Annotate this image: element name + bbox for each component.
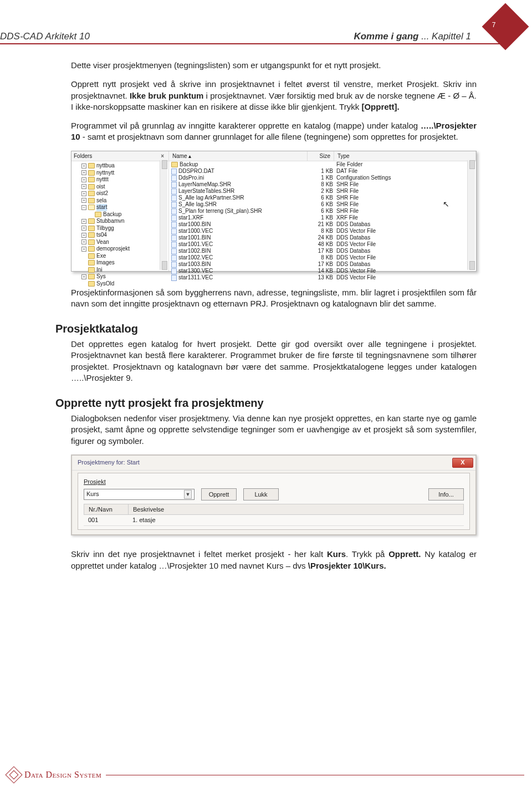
tree-item[interactable]: +demoprosjekt bbox=[81, 246, 168, 253]
file-name: DDSPRO.DAT bbox=[178, 168, 214, 175]
tree-item-label: Ini bbox=[96, 267, 103, 274]
opprett-button[interactable]: Opprett bbox=[201, 488, 237, 500]
expand-icon[interactable]: + bbox=[81, 164, 86, 168]
expand-icon[interactable]: − bbox=[81, 205, 86, 210]
file-size: 8 KB bbox=[311, 228, 336, 234]
file-type: DDS Vector File bbox=[336, 241, 476, 248]
expand-icon[interactable]: + bbox=[81, 219, 86, 224]
tree-item[interactable]: +ts04 bbox=[81, 232, 168, 239]
list-item[interactable]: star1000.BIN21 KBDDS Databas bbox=[169, 221, 476, 228]
tree-item[interactable]: +nytttt bbox=[81, 176, 168, 183]
expand-icon[interactable]: + bbox=[81, 233, 86, 238]
dialog-titlebar: Prosjektmeny for: Start X bbox=[72, 456, 475, 471]
list-item[interactable]: S_Plan for terreng (Sit_plan).SHR6 KBSHR… bbox=[169, 208, 476, 214]
list-item[interactable]: star1002.VEC8 KBDDS Vector File bbox=[169, 254, 476, 261]
expand-icon[interactable]: + bbox=[81, 274, 86, 279]
tree-item[interactable]: +Vean bbox=[81, 239, 168, 246]
tree-item[interactable]: +oist2 bbox=[81, 190, 168, 197]
file-type: SHR File bbox=[336, 201, 476, 208]
drawing-row[interactable]: 001 1. etasje bbox=[84, 515, 464, 526]
tree-item[interactable]: +oist bbox=[81, 183, 168, 191]
col-type[interactable]: Type bbox=[334, 151, 476, 161]
list-item[interactable]: star1000.VEC8 KBDDS Vector File bbox=[169, 228, 476, 234]
file-size: 8 KB bbox=[311, 181, 336, 188]
list-item[interactable]: BackupFile Folder bbox=[169, 161, 476, 168]
dialog-title: Prosjektmeny for: Start bbox=[78, 458, 140, 467]
tree-item-label: oist2 bbox=[96, 190, 108, 197]
col-size[interactable]: Size bbox=[308, 151, 334, 161]
tree-item[interactable]: +Sys bbox=[81, 273, 168, 280]
tree-item[interactable]: +Stubbamvn bbox=[81, 218, 168, 225]
folder-icon bbox=[88, 218, 95, 224]
file-name: S_Alle lag.SHR bbox=[178, 201, 217, 208]
list-item[interactable]: star1003.BIN17 KBDDS Databas bbox=[169, 261, 476, 268]
expand-icon[interactable]: + bbox=[81, 170, 86, 175]
footer-rule bbox=[106, 775, 524, 775]
tree-item-label: Images bbox=[96, 259, 115, 267]
tree-item-label: sela bbox=[96, 197, 106, 205]
expand-icon[interactable]: + bbox=[81, 191, 86, 196]
list-item[interactable]: star1.XRF1 KBXRF File bbox=[169, 214, 476, 221]
list-item[interactable]: star1001.VEC48 KBDDS Vector File bbox=[169, 241, 476, 248]
cursor-icon: ↖ bbox=[443, 199, 449, 210]
file-list-header: Name ▴ Size Type bbox=[169, 151, 476, 162]
list-item[interactable]: star1002.BIN17 KBDDS Databas bbox=[169, 248, 476, 254]
list-item[interactable]: S_Alle lag ArkPartner.SHR6 KBSHR File bbox=[169, 195, 476, 201]
tree-item[interactable]: +nyttnytt bbox=[81, 170, 168, 177]
tree-item[interactable]: Backup bbox=[81, 211, 168, 218]
file-size: 2 KB bbox=[311, 188, 336, 195]
tree-item[interactable]: −start bbox=[81, 204, 168, 211]
tree-item[interactable]: +nyttbua bbox=[81, 162, 168, 170]
col-name[interactable]: Name ▴ bbox=[169, 151, 308, 161]
chevron-down-icon[interactable]: ▼ bbox=[184, 490, 192, 499]
header-chapter: Komme i gang ... Kapittel 1 bbox=[354, 31, 482, 42]
tree-item[interactable]: Images bbox=[81, 259, 168, 267]
lukk-button[interactable]: Lukk bbox=[243, 488, 279, 500]
file-name: star1001.VEC bbox=[178, 241, 213, 248]
folder-icon bbox=[88, 274, 95, 279]
expand-icon[interactable]: + bbox=[81, 184, 86, 189]
scrollbar[interactable] bbox=[467, 160, 475, 270]
prosjekt-combobox[interactable]: Kurs ▼ bbox=[84, 489, 195, 500]
file-name: star1001.BIN bbox=[178, 234, 211, 241]
list-item[interactable]: star1300.VEC14 KBDDS Vector File bbox=[169, 268, 476, 274]
file-size: 21 KB bbox=[311, 221, 336, 228]
file-icon bbox=[171, 175, 177, 181]
expand-icon[interactable]: + bbox=[81, 177, 86, 182]
file-size: 6 KB bbox=[311, 208, 336, 214]
folder-icon bbox=[95, 212, 101, 217]
file-name: star1.XRF bbox=[178, 214, 203, 221]
col-nr[interactable]: Nr./Navn bbox=[84, 504, 128, 515]
tree-item-label: Stubbamvn bbox=[96, 218, 125, 225]
list-item[interactable]: S_Alle lag.SHR6 KBSHR File bbox=[169, 201, 476, 208]
list-item[interactable]: LayerNameMap.SHR8 KBSHR File bbox=[169, 181, 476, 188]
folder-icon bbox=[88, 260, 95, 265]
scrollbar[interactable] bbox=[160, 160, 167, 270]
folders-label: Folders bbox=[74, 152, 92, 160]
info-button[interactable]: Info... bbox=[428, 488, 464, 500]
file-name: LayerNameMap.SHR bbox=[178, 181, 231, 188]
tree-item[interactable]: +Tilbygg bbox=[81, 225, 168, 232]
folder-icon bbox=[88, 163, 95, 168]
list-item[interactable]: star1311.VEC13 KBDDS Vector File bbox=[169, 274, 476, 281]
list-item[interactable]: DDSPRO.DAT1 KBDAT File bbox=[169, 168, 476, 175]
file-size: 6 KB bbox=[311, 201, 336, 208]
list-item[interactable]: LayerStateTables.SHR2 KBSHR File bbox=[169, 188, 476, 195]
col-beskrivelse[interactable]: Beskrivelse bbox=[128, 504, 464, 515]
close-button[interactable]: X bbox=[452, 458, 473, 468]
file-list-body[interactable]: BackupFile FolderDDSPRO.DAT1 KBDAT FileD… bbox=[169, 161, 476, 281]
expand-icon[interactable]: + bbox=[81, 239, 86, 244]
expand-icon[interactable]: + bbox=[81, 198, 86, 203]
expand-icon[interactable]: + bbox=[81, 247, 86, 252]
label-prosjekt: Prosjekt bbox=[84, 478, 464, 486]
file-type: DAT File bbox=[336, 168, 476, 175]
list-item[interactable]: star1001.BIN24 KBDDS Databas bbox=[169, 234, 476, 241]
close-icon[interactable]: × bbox=[158, 152, 166, 160]
folder-tree[interactable]: +nyttbua+nyttnytt+nytttt+oist+oist2+sela… bbox=[71, 161, 168, 287]
tree-item[interactable]: +sela bbox=[81, 197, 168, 205]
list-item[interactable]: DdsPro.ini1 KBConfiguration Settings bbox=[169, 175, 476, 181]
tree-item[interactable]: Ini bbox=[81, 267, 168, 274]
tree-item[interactable]: Exe bbox=[81, 253, 168, 260]
expand-icon[interactable]: + bbox=[81, 226, 86, 231]
tree-item[interactable]: SysOld bbox=[81, 280, 168, 288]
